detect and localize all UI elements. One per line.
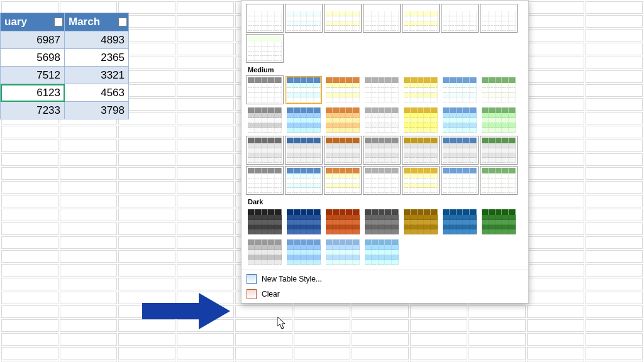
table-icon (247, 274, 257, 284)
table-row[interactable]: 69874893 (1, 31, 129, 49)
filter-dropdown-icon[interactable]: ▼ (118, 18, 127, 26)
cell[interactable]: 7512 (1, 67, 65, 84)
style-thumbnail[interactable] (364, 167, 400, 194)
style-thumbnail[interactable] (325, 238, 361, 266)
filter-dropdown-icon[interactable]: ▼ (54, 18, 63, 26)
table-row[interactable]: 75123321 (1, 67, 129, 84)
new-table-style-button[interactable]: New Table Style... (242, 272, 528, 287)
section-label-medium: Medium (248, 66, 527, 74)
style-thumbnail[interactable] (402, 4, 439, 32)
style-thumbnail[interactable] (364, 136, 400, 164)
style-thumbnail[interactable] (286, 208, 322, 236)
style-thumbnail[interactable] (247, 136, 283, 164)
cell[interactable]: 3321 (65, 67, 129, 84)
cell[interactable]: 2365 (65, 49, 129, 67)
style-thumbnail[interactable] (441, 76, 478, 104)
style-thumbnail[interactable] (325, 167, 361, 194)
cell[interactable]: 6987 (1, 31, 65, 49)
style-thumbnail[interactable] (325, 136, 361, 164)
cell[interactable]: 4893 (65, 31, 129, 49)
section-label-dark: Dark (248, 198, 527, 206)
menu-label: New Table Style... (262, 275, 322, 283)
cell[interactable]: 4563 (65, 84, 129, 102)
style-thumbnail[interactable] (247, 238, 283, 266)
style-thumbnail[interactable] (364, 106, 400, 134)
clear-icon (247, 289, 257, 299)
style-thumbnail[interactable] (402, 208, 439, 236)
cell[interactable]: 6123 (1, 84, 65, 102)
style-thumbnail[interactable] (480, 4, 517, 32)
style-thumbnail[interactable] (402, 76, 439, 104)
style-thumbnail[interactable] (441, 208, 478, 236)
menu-label: Clear (262, 290, 280, 299)
style-thumbnail[interactable] (247, 208, 283, 236)
style-thumbnail[interactable] (286, 136, 322, 164)
style-thumbnail[interactable] (247, 76, 283, 104)
style-thumbnail[interactable] (441, 136, 478, 164)
style-thumbnail[interactable] (325, 4, 361, 32)
style-thumbnail[interactable] (402, 106, 439, 134)
col-header-february: uary ▼ (1, 13, 65, 31)
style-thumbnail[interactable] (402, 136, 439, 164)
style-thumbnail[interactable] (364, 238, 400, 266)
style-thumbnail[interactable] (364, 4, 400, 32)
cell[interactable]: 3798 (65, 102, 129, 119)
style-thumbnail[interactable] (480, 106, 517, 134)
style-thumbnail[interactable] (480, 76, 517, 104)
style-thumbnail[interactable] (480, 167, 517, 194)
style-thumbnail[interactable] (441, 4, 478, 32)
table-row[interactable]: 61234563 (1, 84, 129, 102)
style-thumbnail[interactable] (247, 106, 283, 134)
col-header-label: uary (4, 16, 27, 28)
style-thumbnail[interactable] (480, 136, 517, 164)
style-thumbnail[interactable] (286, 238, 322, 266)
data-table[interactable]: uary ▼ March ▼ 6987489356982365751233216… (0, 13, 129, 119)
cell[interactable]: 7233 (1, 102, 65, 119)
style-thumbnail[interactable] (247, 4, 283, 32)
style-thumbnail[interactable] (480, 208, 517, 236)
clear-button[interactable]: Clear (242, 287, 528, 302)
style-thumbnail[interactable] (441, 106, 478, 134)
cell[interactable]: 5698 (1, 49, 65, 67)
style-thumbnail[interactable] (441, 167, 478, 194)
table-row[interactable]: 72333798 (1, 102, 129, 119)
col-header-label: March (69, 16, 100, 28)
style-thumbnail[interactable] (364, 208, 400, 236)
style-thumbnail[interactable] (325, 106, 361, 134)
table-row[interactable]: 56982365 (1, 49, 129, 67)
style-thumbnail[interactable] (247, 167, 283, 194)
style-thumbnail[interactable] (325, 76, 361, 104)
style-thumbnail[interactable] (286, 167, 322, 194)
style-thumbnail[interactable] (325, 208, 361, 236)
style-thumbnail[interactable] (247, 35, 283, 62)
style-thumbnail[interactable] (364, 76, 400, 104)
col-header-march: March ▼ (65, 13, 129, 31)
style-thumbnail[interactable] (286, 76, 322, 104)
style-thumbnail[interactable] (286, 4, 322, 32)
style-thumbnail[interactable] (286, 106, 322, 134)
style-thumbnail[interactable] (402, 167, 439, 194)
table-styles-gallery[interactable]: Medium Dark New Table Style... Clear (241, 0, 529, 304)
